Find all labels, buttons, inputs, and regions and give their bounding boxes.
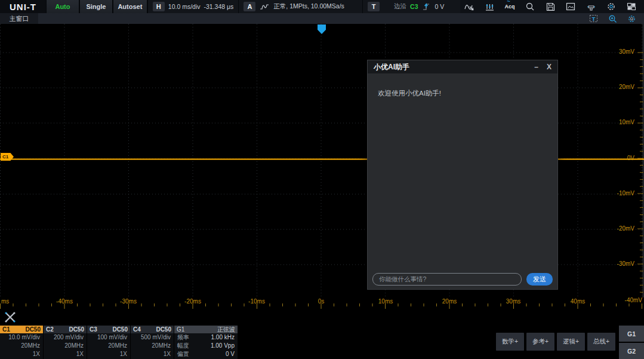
layout-icon[interactable] <box>623 1 640 13</box>
zoom-in-icon[interactable] <box>605 14 620 23</box>
close-icon[interactable]: X <box>547 60 551 73</box>
gen-row-label: 偏置 <box>177 350 189 358</box>
channel-block-c4[interactable]: C4DC50 500 mV/div 20MHz 1X <box>131 326 174 359</box>
time-offset-value: -31.348 μs <box>204 3 234 10</box>
channel-scale: 200 mV/div <box>44 333 87 342</box>
time-label: 20ms <box>442 298 457 305</box>
volt-label: 10mV <box>614 119 634 125</box>
volt-label: 30mV <box>614 49 634 55</box>
channel-bandwidth: 20MHz <box>131 342 174 350</box>
time-label: 0s <box>318 298 325 305</box>
channel-scale: 100 mV/div <box>87 333 130 342</box>
window-tab[interactable]: 主窗口 <box>0 13 38 24</box>
g1-button[interactable]: G1 <box>619 326 644 342</box>
channel-probe: 1X <box>131 350 174 358</box>
chat-input[interactable] <box>372 273 522 286</box>
channel-name: C4 <box>133 326 141 333</box>
logic-button[interactable]: 逻辑+ <box>557 333 585 351</box>
trigger-type: 边沿 <box>394 2 406 11</box>
channel-status-bar: C1DC50 10.0 mV/div 20MHz 1X C2DC50 200 m… <box>0 326 644 359</box>
save-icon[interactable] <box>541 1 559 13</box>
gen-row-value: 0 V <box>226 350 235 358</box>
settings-icon[interactable] <box>624 14 639 23</box>
acquire-label: A <box>244 2 255 11</box>
volt-label: -10mV <box>614 191 634 197</box>
gen-row-label: 频率 <box>177 333 189 342</box>
dialog-titlebar[interactable]: 小优AI助手 – X <box>368 60 557 73</box>
channel-scale: 500 mV/div <box>131 333 174 342</box>
gen-row-value: 1.00 kHz <box>211 333 235 342</box>
minimize-icon[interactable]: – <box>534 60 538 73</box>
send-button[interactable]: 发送 <box>526 273 553 286</box>
search-icon[interactable] <box>521 1 539 13</box>
tools-cross-icon[interactable] <box>4 311 17 324</box>
menubar: 主窗口 T <box>0 13 644 24</box>
welcome-message: 欢迎使用小优AI助手! <box>378 89 441 98</box>
trigger-segment[interactable]: T 边沿 C3 0 V <box>362 0 460 13</box>
single-button[interactable]: Single <box>79 0 113 13</box>
channel-name: C2 <box>46 326 54 333</box>
channel-probe: 1X <box>0 350 43 358</box>
generator-waveform: 正弦波 <box>217 326 235 334</box>
channel-coupling: DC50 <box>156 326 171 333</box>
channel-probe: 1X <box>87 350 130 358</box>
acq-icon[interactable]: Acq <box>501 1 519 13</box>
time-label: 40ms <box>571 298 585 305</box>
cursor-icon[interactable] <box>480 1 498 13</box>
channel-block-c3[interactable]: C3DC50 100 mV/div 20MHz 1X <box>87 326 130 359</box>
tools-icon[interactable] <box>582 1 600 13</box>
channel-block-c2[interactable]: C2DC50 200 mV/div 20MHz 1X <box>44 326 87 359</box>
time-label: 10ms <box>378 298 393 305</box>
autoset-button[interactable]: Autoset <box>113 0 147 13</box>
channel-coupling: DC50 <box>112 326 128 333</box>
ai-assistant-dialog: 小优AI助手 – X 欢迎使用小优AI助手! 发送 <box>367 60 558 290</box>
time-scale-value: 10.0 ms/div <box>168 3 201 10</box>
dialog-title: 小优AI助手 <box>374 62 409 72</box>
channel-block-c1[interactable]: C1DC50 10.0 mV/div 20MHz 1X <box>0 326 43 359</box>
time-label: -20ms <box>184 298 201 305</box>
gen-row-label: 幅度 <box>177 342 189 350</box>
trigger-level: 0 V <box>435 3 444 10</box>
channel-bandwidth: 20MHz <box>44 342 87 350</box>
bus-button[interactable]: 总线+ <box>587 333 615 351</box>
volt-label: 0V <box>614 155 634 161</box>
svg-text:T: T <box>591 16 595 22</box>
settings-icon[interactable] <box>602 1 620 13</box>
dialog-body: 欢迎使用小优AI助手! <box>368 73 557 271</box>
generator-buttons: G1 G2 <box>619 326 644 359</box>
reference-button[interactable]: 参考+ <box>526 333 554 351</box>
menubar-icons: T <box>586 14 644 23</box>
run-mode-button[interactable]: Auto <box>46 0 79 13</box>
trigger-source: C3 <box>410 3 418 10</box>
math-button[interactable]: 数学+ <box>496 333 524 351</box>
channel-probe: 1X <box>44 350 87 358</box>
corner-volt-label: -40mV <box>625 297 642 303</box>
acquire-segment[interactable]: A 正常, 1MPts, 10.00MSa/s <box>238 0 362 13</box>
channel-scale: 10.0 mV/div <box>0 333 43 342</box>
generator-block-g1[interactable]: G1正弦波 频率1.00 kHz 幅度1.00 Vpp 偏置0 V <box>174 326 238 359</box>
channel-name: C1 <box>2 326 10 333</box>
screenshot-icon[interactable] <box>562 1 580 13</box>
g2-button[interactable]: G2 <box>619 343 644 359</box>
volt-label: -30mV <box>614 261 634 267</box>
horizontal-segment[interactable]: H 10.0 ms/div -31.348 μs <box>147 0 239 13</box>
annotation-icon[interactable]: T <box>586 14 601 23</box>
time-label: 30ms <box>506 298 520 305</box>
time-label: -10ms <box>248 298 265 305</box>
waveform-icon <box>259 1 270 13</box>
rising-edge-icon <box>421 1 431 13</box>
measure-icon[interactable] <box>460 1 478 13</box>
time-label: ms <box>1 298 9 305</box>
brand-logo: UNI-T <box>0 0 46 13</box>
dialog-input-row: 发送 <box>368 271 557 287</box>
channel-coupling: DC50 <box>25 326 41 333</box>
trigger-label: T <box>368 2 380 11</box>
generator-name: G1 <box>177 326 184 333</box>
time-label: -30ms <box>120 298 137 305</box>
top-toolbar: UNI-T Auto Single Autoset H 10.0 ms/div … <box>0 0 644 13</box>
horizontal-label: H <box>153 2 165 11</box>
oscilloscope-screen: UNI-T Auto Single Autoset H 10.0 ms/div … <box>0 0 644 359</box>
gen-row-value: 1.00 Vpp <box>211 342 235 350</box>
channel-bandwidth: 20MHz <box>0 342 43 350</box>
channel-bandwidth: 20MHz <box>87 342 130 350</box>
